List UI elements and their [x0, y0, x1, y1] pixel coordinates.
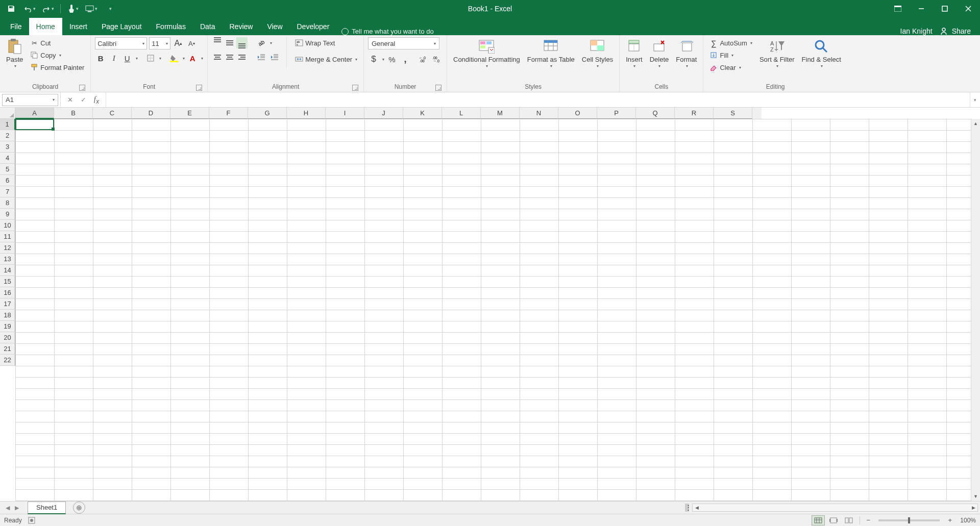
- find-select-button[interactable]: Find & Select▾: [800, 37, 843, 69]
- conditional-formatting-button[interactable]: Conditional Formatting▾: [451, 37, 522, 69]
- active-cell[interactable]: [15, 119, 54, 130]
- fill-color-button[interactable]: [168, 53, 180, 64]
- tab-home[interactable]: Home: [29, 18, 62, 35]
- cells-area[interactable]: [15, 119, 971, 501]
- save-icon[interactable]: [5, 3, 17, 15]
- paste-button[interactable]: Paste ▾: [4, 37, 25, 69]
- increase-font-size-button[interactable]: A▴: [173, 38, 184, 49]
- scroll-left-button[interactable]: ◀: [693, 505, 701, 510]
- column-header-K[interactable]: K: [403, 108, 442, 119]
- clear-button[interactable]: Clear▾: [707, 62, 754, 73]
- font-size-combo[interactable]: 11▾: [149, 37, 170, 49]
- vertical-scrollbar[interactable]: ▲ ▼: [971, 119, 980, 501]
- borders-button[interactable]: [145, 53, 156, 64]
- scroll-down-button[interactable]: ▼: [971, 492, 980, 501]
- tab-insert[interactable]: Insert: [62, 18, 94, 35]
- row-header-14[interactable]: 14: [0, 265, 15, 276]
- row-header-18[interactable]: 18: [0, 310, 15, 321]
- zoom-level[interactable]: 100%: [960, 517, 976, 524]
- customize-qat-button[interactable]: ▾: [104, 3, 116, 15]
- column-header-C[interactable]: C: [93, 108, 132, 119]
- row-header-7[interactable]: 7: [0, 186, 15, 197]
- cut-button[interactable]: ✂ Cut: [28, 37, 86, 48]
- ribbon-display-options-button[interactable]: [886, 0, 910, 17]
- font-color-button[interactable]: A: [187, 53, 198, 64]
- italic-button[interactable]: I: [108, 53, 119, 64]
- tab-view[interactable]: View: [260, 18, 289, 35]
- decrease-font-size-button[interactable]: A▾: [186, 38, 197, 49]
- delete-cells-button[interactable]: Delete▾: [648, 37, 671, 69]
- tab-review[interactable]: Review: [223, 18, 260, 35]
- align-right-button[interactable]: [236, 52, 248, 63]
- row-header-13[interactable]: 13: [0, 254, 15, 265]
- alignment-dialog-launcher[interactable]: [352, 85, 358, 91]
- tab-formulas[interactable]: Formulas: [149, 18, 193, 35]
- row-header-3[interactable]: 3: [0, 141, 15, 153]
- column-header-S[interactable]: S: [714, 108, 752, 119]
- sort-filter-button[interactable]: AZ Sort & Filter▾: [757, 37, 797, 69]
- row-header-19[interactable]: 19: [0, 321, 15, 332]
- enter-formula-button[interactable]: ✓: [77, 94, 89, 106]
- sheet-nav-prev[interactable]: ◀: [4, 504, 11, 511]
- formula-bar[interactable]: [106, 92, 970, 107]
- zoom-out-button[interactable]: −: [864, 516, 872, 524]
- row-header-12[interactable]: 12: [0, 242, 15, 254]
- number-format-combo[interactable]: General▾: [368, 37, 439, 49]
- undo-button[interactable]: ▾: [23, 3, 36, 15]
- tab-page-layout[interactable]: Page Layout: [94, 18, 149, 35]
- row-header-4[interactable]: 4: [0, 153, 15, 164]
- cancel-formula-button[interactable]: ✕: [64, 94, 76, 106]
- new-sheet-button[interactable]: ⊕: [73, 502, 85, 514]
- clipboard-dialog-launcher[interactable]: [79, 85, 85, 91]
- orientation-button[interactable]: ab: [256, 37, 267, 48]
- share-button[interactable]: Share: [941, 27, 971, 35]
- scroll-right-button[interactable]: ▶: [969, 505, 977, 510]
- touch-mode-button[interactable]: ▾: [67, 3, 79, 15]
- increase-decimal-button[interactable]: ←.0.00: [418, 54, 429, 65]
- name-box[interactable]: A1▾: [2, 94, 58, 106]
- increase-indent-button[interactable]: [269, 52, 280, 63]
- insert-cells-button[interactable]: Insert▾: [624, 37, 645, 69]
- row-header-16[interactable]: 16: [0, 287, 15, 298]
- tell-me-search[interactable]: Tell me what you want to do: [341, 28, 433, 35]
- sheet-tab-sheet1[interactable]: Sheet1: [28, 502, 66, 514]
- horizontal-scrollbar[interactable]: ◀ ▶: [692, 504, 978, 512]
- number-dialog-launcher[interactable]: [435, 85, 442, 91]
- column-header-F[interactable]: F: [209, 108, 248, 119]
- row-header-17[interactable]: 17: [0, 298, 15, 310]
- row-header-9[interactable]: 9: [0, 209, 15, 220]
- font-name-combo[interactable]: Calibri▾: [95, 37, 147, 49]
- fill-button[interactable]: Fill▾: [707, 49, 754, 61]
- copy-button[interactable]: Copy▾: [28, 49, 86, 61]
- macro-record-icon[interactable]: [28, 517, 35, 524]
- scroll-up-button[interactable]: ▲: [971, 119, 980, 128]
- page-layout-view-button[interactable]: [827, 515, 840, 525]
- column-header-O[interactable]: O: [558, 108, 597, 119]
- column-header-D[interactable]: D: [132, 108, 170, 119]
- column-header-I[interactable]: I: [326, 108, 364, 119]
- font-dialog-launcher[interactable]: [196, 85, 202, 91]
- merge-center-button[interactable]: Merge & Center▾: [293, 54, 359, 65]
- row-header-2[interactable]: 2: [0, 130, 15, 141]
- percent-format-button[interactable]: %: [386, 54, 398, 65]
- tab-data[interactable]: Data: [193, 18, 223, 35]
- normal-view-button[interactable]: [812, 515, 825, 525]
- insert-function-button[interactable]: fx: [90, 94, 103, 106]
- tab-developer[interactable]: Developer: [290, 18, 337, 35]
- format-as-table-button[interactable]: Format as Table▾: [525, 37, 577, 69]
- column-header-A[interactable]: A: [15, 108, 54, 119]
- vertical-scrollbar[interactable]: [752, 108, 762, 119]
- expand-formula-bar-button[interactable]: ▾: [970, 92, 980, 107]
- sheet-nav-next[interactable]: ▶: [13, 504, 20, 511]
- select-all-button[interactable]: [0, 108, 15, 119]
- column-header-H[interactable]: H: [287, 108, 326, 119]
- maximize-button[interactable]: [933, 0, 957, 17]
- column-header-Q[interactable]: Q: [636, 108, 675, 119]
- qat-extra-button[interactable]: ▾: [85, 3, 97, 15]
- page-break-view-button[interactable]: [842, 515, 855, 525]
- decrease-decimal-button[interactable]: .00→.0: [431, 54, 443, 65]
- column-header-R[interactable]: R: [675, 108, 714, 119]
- align-center-button[interactable]: [224, 52, 235, 63]
- autosum-button[interactable]: ∑ AutoSum▾: [707, 37, 754, 48]
- redo-button[interactable]: ▾: [42, 3, 54, 15]
